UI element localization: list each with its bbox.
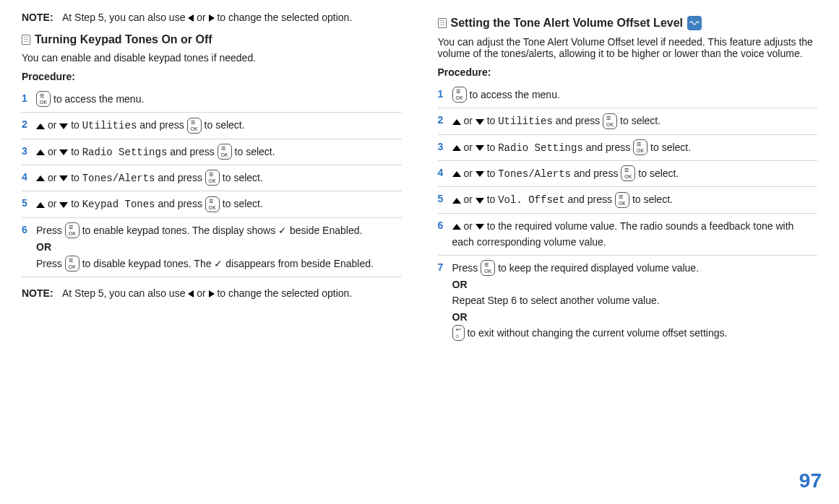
- step-text: or to Tones/Alerts and press to select.: [36, 170, 402, 186]
- step-text: to access the menu.: [452, 87, 818, 103]
- note-fragment: At Step 5, you can also use: [62, 287, 188, 299]
- up-arrow-icon: [36, 202, 45, 208]
- step-text: or to Radio Settings and press to select…: [452, 139, 818, 156]
- text-fragment: Repeat Step 6 to select another volume v…: [452, 295, 660, 306]
- right-column: Setting the Tone Alert Volume Offset Lev…: [438, 7, 818, 346]
- text-fragment: and press: [158, 198, 205, 209]
- step-number: 7: [438, 260, 452, 273]
- text-fragment: and press: [568, 194, 615, 205]
- note-text: At Step 5, you can also use or to change…: [62, 287, 402, 299]
- right-arrow-icon: [209, 290, 215, 297]
- down-arrow-icon: [59, 175, 68, 181]
- document-icon: [438, 18, 447, 28]
- page-content: NOTE: At Step 5, you can also use or to …: [0, 0, 839, 353]
- back-button-icon: [452, 325, 465, 341]
- or-label: OR: [36, 241, 51, 253]
- note-label: NOTE:: [22, 12, 62, 23]
- step-text: Press to keep the required displayed vol…: [452, 260, 818, 342]
- text-fragment: disappears from beside Enabled.: [225, 258, 374, 269]
- step-text: or to Utilities and press to select.: [452, 113, 818, 129]
- ok-button-icon: [36, 91, 51, 107]
- step-row: 4 or to Tones/Alerts and press to select…: [22, 165, 402, 191]
- text-fragment: to select.: [223, 198, 263, 209]
- step-row: 3 or to Radio Settings and press to sele…: [22, 139, 402, 165]
- down-arrow-icon: [476, 224, 484, 230]
- up-arrow-icon: [452, 145, 461, 151]
- step-row: 1 to access the menu.: [438, 82, 818, 108]
- section-title-text: Setting the Tone Alert Volume Offset Lev…: [451, 17, 684, 30]
- up-arrow-icon: [36, 149, 45, 155]
- note-top: NOTE: At Step 5, you can also use or to …: [22, 12, 402, 23]
- step-row: 5 or to Vol. Offset and press to select.: [438, 187, 818, 213]
- step-number: 2: [438, 113, 452, 126]
- up-arrow-icon: [36, 175, 45, 181]
- text-fragment: or: [463, 194, 475, 205]
- down-arrow-icon: [476, 145, 484, 151]
- text-fragment: or: [48, 198, 59, 209]
- note-fragment: to change the selected option.: [217, 287, 352, 299]
- checkmark-icon: ✓: [278, 225, 287, 236]
- up-arrow-icon: [452, 119, 461, 125]
- note-fragment: or: [197, 287, 208, 299]
- ok-button-icon: [481, 260, 495, 276]
- text-fragment: beside Enabled.: [290, 225, 362, 236]
- text-fragment: to: [487, 168, 499, 179]
- step-text: or to Tones/Alerts and press to select.: [452, 165, 818, 182]
- note-fragment: or: [197, 12, 208, 23]
- step-number: 3: [438, 139, 452, 152]
- step-row: 6 Press to enable keypad tones. The disp…: [22, 218, 402, 277]
- text-fragment: and press: [139, 119, 186, 131]
- menu-name: Radio Settings: [498, 142, 583, 154]
- text-fragment: to: [71, 146, 82, 157]
- text-fragment: Press: [36, 225, 65, 236]
- ok-button-icon: [621, 165, 635, 181]
- step-text: to access the menu.: [36, 91, 402, 108]
- down-arrow-icon: [476, 171, 484, 177]
- text-fragment: to select.: [223, 172, 263, 183]
- step-number: 6: [438, 218, 452, 231]
- text-fragment: to select.: [638, 168, 679, 179]
- text-fragment: or: [463, 168, 475, 179]
- text-fragment: or: [463, 115, 475, 126]
- step-row: 1 to access the menu.: [22, 87, 402, 113]
- step-number: 4: [22, 170, 36, 183]
- step-row: 4 or to Tones/Alerts and press to select…: [438, 161, 818, 187]
- menu-name: Radio Settings: [82, 147, 168, 158]
- text-fragment: and press: [586, 142, 633, 153]
- text-fragment: or: [48, 172, 59, 183]
- step-row: 2 or to Utilities and press to select.: [22, 113, 402, 139]
- note-text: At Step 5, you can also use or to change…: [62, 12, 402, 23]
- procedure-label: Procedure:: [22, 71, 402, 82]
- ok-button-icon: [603, 113, 617, 129]
- down-arrow-icon: [59, 149, 68, 155]
- ok-button-icon: [615, 192, 629, 208]
- text-fragment: and press: [158, 172, 205, 183]
- text-fragment: or: [48, 146, 59, 157]
- section-title-volume-offset: Setting the Tone Alert Volume Offset Lev…: [438, 16, 818, 30]
- text-fragment: or: [48, 119, 59, 131]
- right-arrow-icon: [209, 14, 215, 22]
- step-number: 5: [22, 196, 36, 209]
- text-fragment: Press: [452, 262, 481, 274]
- down-arrow-icon: [59, 202, 68, 208]
- procedure-label: Procedure:: [438, 66, 818, 78]
- text-fragment: to: [71, 172, 82, 183]
- note-bottom: NOTE: At Step 5, you can also use or to …: [22, 287, 402, 299]
- ok-button-icon: [452, 87, 467, 103]
- checkmark-icon: ✓: [214, 258, 223, 269]
- step-number: 3: [22, 144, 36, 157]
- left-arrow-icon: [188, 14, 194, 22]
- text-fragment: to access the menu.: [53, 93, 144, 105]
- menu-name: Utilities: [498, 116, 553, 127]
- intro-text: You can enable and disable keypad tones …: [22, 52, 402, 64]
- menu-name: Utilities: [82, 120, 137, 131]
- step-text: or to Radio Settings and press to select…: [36, 144, 402, 160]
- step-row: 2 or to Utilities and press to select.: [438, 108, 818, 134]
- down-arrow-icon: [476, 198, 484, 204]
- or-label: OR: [452, 279, 468, 290]
- note-label: NOTE:: [22, 287, 62, 299]
- step-text: Press to enable keypad tones. The displa…: [36, 222, 402, 272]
- step-text: or to Utilities and press to select.: [36, 117, 402, 134]
- text-fragment: to select.: [632, 194, 673, 205]
- text-fragment: and press: [574, 168, 621, 179]
